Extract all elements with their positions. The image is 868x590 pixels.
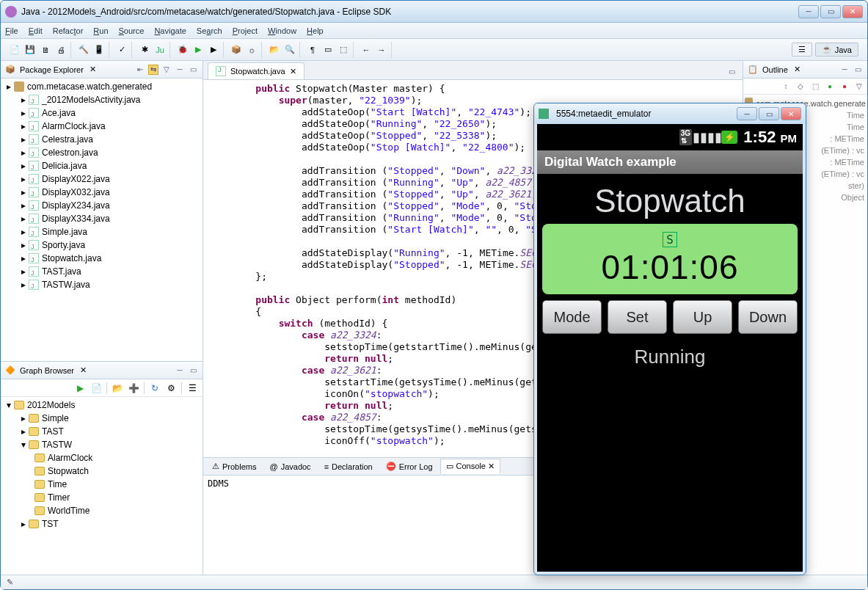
run-button[interactable]: ▶ xyxy=(192,43,205,57)
gb-sub-item[interactable]: Timer xyxy=(2,491,203,504)
run-last-button[interactable]: ▶ xyxy=(207,43,220,57)
build-button[interactable]: 🔨 xyxy=(77,43,90,57)
editor-tab-stopwatch[interactable]: Stopwatch.java ✕ xyxy=(208,62,304,79)
lower-tab-declaration[interactable]: ≡Declaration xyxy=(318,459,379,474)
java-file-item[interactable]: ▸DisplayX032.java xyxy=(2,186,203,199)
emulator-minimize-button[interactable]: ─ xyxy=(737,107,757,120)
menu-help[interactable]: Help xyxy=(307,26,324,35)
lower-tab-javadoc[interactable]: @Javadoc xyxy=(263,459,316,474)
debug-button[interactable]: 🐞 xyxy=(176,43,189,57)
menu-search[interactable]: Search xyxy=(197,26,222,35)
open-perspective-button[interactable]: ☰ xyxy=(792,43,812,57)
gb-root[interactable]: ▾2012Models xyxy=(2,398,203,412)
package-node[interactable]: ▸com.metacase.watch.generated xyxy=(2,80,203,93)
outline-hide-icon[interactable]: ⬚ xyxy=(810,81,820,92)
java-file-item[interactable]: ▸DisplayX234.java xyxy=(2,199,203,212)
java-file-item[interactable]: ▸_2012ModelsActivity.java xyxy=(2,93,203,106)
maximize-view-icon[interactable]: ▭ xyxy=(853,65,863,75)
emulator-close-button[interactable]: ✕ xyxy=(781,107,801,120)
maximize-button[interactable]: ▭ xyxy=(820,5,841,18)
new-type-button[interactable]: ☼ xyxy=(245,43,258,57)
view-close-icon[interactable]: ✕ xyxy=(80,365,87,375)
show-whitespace-button[interactable]: ⬚ xyxy=(337,43,350,57)
minimize-view-icon[interactable]: ─ xyxy=(175,65,185,75)
java-file-item[interactable]: ▸Stopwatch.java xyxy=(2,252,203,265)
minimize-button[interactable]: ─ xyxy=(798,5,819,18)
java-file-item[interactable]: ▸TAST.java xyxy=(2,265,203,278)
link-editor-icon[interactable]: ⇆ xyxy=(148,65,158,75)
gb-item[interactable]: ▾TASTW xyxy=(2,438,203,451)
menu-project[interactable]: Project xyxy=(233,26,258,35)
sw-button-set[interactable]: Set xyxy=(608,300,667,334)
toggle-mark-button[interactable]: ¶ xyxy=(306,43,319,57)
close-button[interactable]: ✕ xyxy=(842,5,863,18)
gb-settings-icon[interactable]: ⚙ xyxy=(165,382,177,394)
minimize-view-icon[interactable]: ─ xyxy=(175,365,185,376)
forward-button[interactable]: → xyxy=(375,43,388,57)
gb-add-icon[interactable]: ➕ xyxy=(128,382,139,394)
emulator-maximize-button[interactable]: ▭ xyxy=(759,107,779,120)
tab-close-icon[interactable]: ✕ xyxy=(290,67,296,76)
gb-run-icon[interactable]: ▶ xyxy=(74,382,86,394)
block-select-button[interactable]: ▭ xyxy=(321,43,335,57)
check-button[interactable]: ✓ xyxy=(115,43,128,57)
gb-sub-item[interactable]: Time xyxy=(2,478,203,491)
maximize-view-icon[interactable]: ▭ xyxy=(188,365,198,376)
outline-private-icon[interactable]: ● xyxy=(839,81,850,92)
menu-refactor[interactable]: Refactor xyxy=(53,26,84,35)
lower-tab-error-log[interactable]: ⛔Error Log xyxy=(380,459,439,474)
menu-source[interactable]: Source xyxy=(119,26,145,35)
emulator-titlebar[interactable]: 5554:metaedit_emulator ─ ▭ ✕ xyxy=(534,103,806,124)
gb-sub-item[interactable]: AlarmClock xyxy=(2,451,203,465)
gb-filter-icon[interactable]: ☰ xyxy=(186,382,198,394)
gb-item[interactable]: ▸Simple xyxy=(2,412,203,425)
menu-edit[interactable]: Edit xyxy=(29,26,43,35)
java-file-item[interactable]: ▸DisplayX334.java xyxy=(2,212,203,225)
save-button[interactable]: 💾 xyxy=(23,43,37,57)
gb-item[interactable]: ▸TAST xyxy=(2,425,203,438)
view-menu-icon[interactable]: ▽ xyxy=(161,65,172,75)
java-file-item[interactable]: ▸Celestron.java xyxy=(2,146,203,159)
sw-button-mode[interactable]: Mode xyxy=(542,300,602,334)
menu-navigate[interactable]: Navigate xyxy=(154,26,186,35)
sw-button-down[interactable]: Down xyxy=(738,300,798,334)
outline-public-icon[interactable]: ● xyxy=(825,81,835,92)
gb-sub-item[interactable]: WorldTime xyxy=(2,504,203,517)
java-perspective-button[interactable]: ☕ Java xyxy=(815,43,858,57)
new-package-button[interactable]: 📦 xyxy=(230,43,243,57)
junit-button[interactable]: Ju xyxy=(153,43,167,57)
collapse-all-icon[interactable]: ⇤ xyxy=(135,65,145,75)
sw-button-up[interactable]: Up xyxy=(673,300,732,334)
open-type-button[interactable]: 📂 xyxy=(268,43,281,57)
emulator-window[interactable]: 5554:metaedit_emulator ─ ▭ ✕ 3G⇅ ▮▮▮▮ ⚡ … xyxy=(533,103,806,575)
java-file-item[interactable]: ▸Sporty.java xyxy=(2,238,203,252)
java-file-item[interactable]: ▸DisplayX022.java xyxy=(2,172,203,186)
back-button[interactable]: ← xyxy=(360,43,373,57)
minimize-view-icon[interactable]: ─ xyxy=(839,65,850,75)
outline-sort-icon[interactable]: ↕ xyxy=(781,81,791,92)
java-file-item[interactable]: ▸Ace.java xyxy=(2,106,203,120)
gb-new-icon[interactable]: 📄 xyxy=(90,382,102,394)
package-tree[interactable]: ▸com.metacase.watch.generated▸_2012Model… xyxy=(1,79,203,361)
gb-sub-item[interactable]: Stopwatch xyxy=(2,465,203,478)
new-button[interactable]: 📄 xyxy=(8,43,21,57)
graph-tree[interactable]: ▾2012Models▸Simple▸TAST▾TASTWAlarmClockS… xyxy=(1,397,203,575)
java-file-item[interactable]: ▸Delicia.java xyxy=(2,159,203,172)
java-file-item[interactable]: ▸Celestra.java xyxy=(2,133,203,146)
new-class-button[interactable]: ✱ xyxy=(138,43,151,57)
menu-file[interactable]: File xyxy=(5,26,18,35)
save-all-button[interactable]: 🗎 xyxy=(39,43,52,57)
menu-window[interactable]: Window xyxy=(268,26,296,35)
java-file-item[interactable]: ▸AlarmClock.java xyxy=(2,120,203,133)
gb-refresh-icon[interactable]: ↻ xyxy=(149,382,161,394)
outline-filter-icon[interactable]: ◇ xyxy=(795,81,806,92)
maximize-view-icon[interactable]: ▭ xyxy=(188,65,198,75)
menu-run[interactable]: Run xyxy=(93,26,108,35)
search-button[interactable]: 🔍 xyxy=(283,43,296,57)
java-file-item[interactable]: ▸TASTW.java xyxy=(2,278,203,291)
gb-item[interactable]: ▸TST xyxy=(2,517,203,531)
outline-menu-icon[interactable]: ▽ xyxy=(854,81,864,92)
print-button[interactable]: 🖨 xyxy=(54,43,68,57)
maximize-editor-icon[interactable]: ▭ xyxy=(726,66,737,76)
gb-open-icon[interactable]: 📂 xyxy=(112,382,123,394)
